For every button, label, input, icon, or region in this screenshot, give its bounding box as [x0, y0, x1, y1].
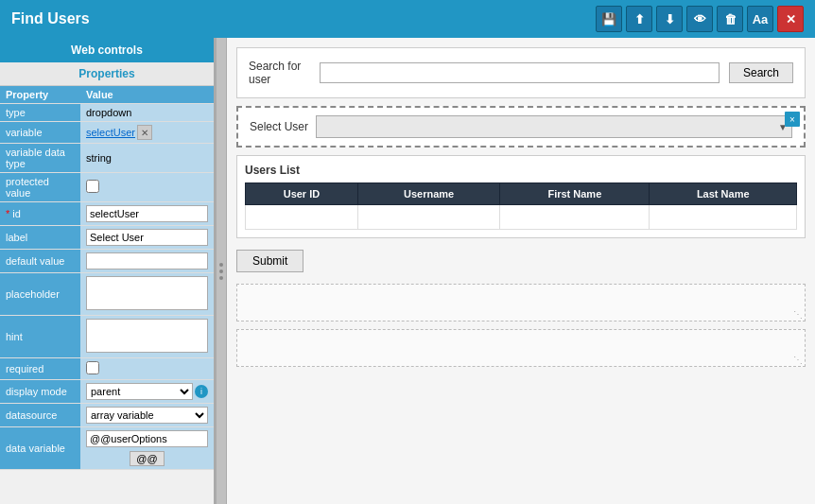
title-bar-icons: 💾 ⬆ ⬇ 👁 🗑 Aa ✕ — [596, 6, 804, 32]
text-format-button[interactable]: Aa — [747, 6, 773, 32]
bottom-strip-2: ⋱ — [236, 329, 806, 367]
search-for-user-label: Search for user — [249, 60, 310, 86]
table-row: variable data type string — [0, 144, 214, 173]
prop-displaymode-label: display mode — [0, 380, 80, 404]
search-button[interactable]: Search — [729, 62, 793, 83]
prop-hint-label: hint — [0, 316, 80, 358]
select-user-close-button[interactable]: × — [785, 112, 800, 127]
web-controls-header: Web controls — [0, 38, 214, 62]
table-row: datasource array variable static — [0, 404, 214, 427]
placeholder-textarea[interactable] — [86, 276, 208, 310]
table-row: protected value — [0, 173, 214, 202]
required-checkbox[interactable] — [86, 361, 99, 374]
col-last-name: Last Name — [650, 183, 797, 205]
table-row — [246, 205, 797, 230]
select-user-dropdown[interactable]: ▼ — [316, 115, 792, 138]
table-row: display mode parent inline block i — [0, 380, 214, 404]
users-list-title: Users List — [245, 164, 797, 177]
hint-textarea[interactable] — [86, 319, 208, 353]
prop-datasource-label: datasource — [0, 404, 80, 427]
table-row: data variable @@ — [0, 427, 214, 470]
prop-datavar-value: @@ — [80, 427, 214, 470]
right-content: Search for user Search × Select User ▼ U… — [227, 38, 815, 504]
save-button[interactable]: 💾 — [596, 6, 622, 32]
data-variable-input[interactable] — [86, 430, 208, 447]
prop-displaymode-value: parent inline block i — [80, 380, 214, 404]
at-at-button[interactable]: @@ — [130, 451, 164, 466]
main-layout: Web controls Properties Property Value t… — [0, 38, 815, 504]
submit-button[interactable]: Submit — [236, 250, 303, 272]
table-row: required — [0, 358, 214, 380]
cell-username — [357, 205, 499, 230]
splitter-dot — [219, 276, 223, 280]
users-table: User ID Username First Name Last Name — [245, 182, 797, 230]
prop-datasource-value: array variable static — [80, 404, 214, 427]
prop-placeholder-label: placeholder — [0, 273, 80, 316]
protected-value-checkbox[interactable] — [86, 180, 99, 193]
table-row: variable selectUser ✕ — [0, 122, 214, 144]
info-icon: i — [195, 385, 208, 398]
prop-hint-value — [80, 316, 214, 358]
col-user-id: User ID — [246, 183, 358, 205]
submit-row: Submit — [236, 246, 806, 276]
value-col-header: Value — [80, 86, 214, 104]
table-row: * id — [0, 202, 214, 226]
prop-variable-value: selectUser ✕ — [80, 122, 214, 144]
properties-table: Property Value type dropdown variable se… — [0, 86, 214, 470]
cell-first-name — [500, 205, 650, 230]
prop-label-label: label — [0, 226, 80, 250]
display-mode-select[interactable]: parent inline block — [86, 383, 193, 400]
prop-type-label: type — [0, 104, 80, 122]
resize-handle-2: ⋱ — [793, 355, 803, 365]
prop-id-label: * id — [0, 202, 80, 226]
close-button[interactable]: ✕ — [777, 6, 804, 32]
upload-button[interactable]: ⬆ — [626, 6, 652, 32]
properties-header: Properties — [0, 62, 214, 86]
table-row: label — [0, 226, 214, 250]
cell-user-id — [246, 205, 358, 230]
left-panel: Web controls Properties Property Value t… — [0, 38, 216, 504]
bottom-strip-1: ⋱ — [236, 284, 806, 322]
property-col-header: Property — [0, 86, 80, 104]
prop-default-value — [80, 250, 214, 273]
splitter-dot — [219, 263, 223, 267]
prop-vartype-label: variable data type — [0, 144, 80, 173]
preview-button[interactable]: 👁 — [686, 6, 713, 32]
search-input[interactable] — [320, 62, 720, 83]
page-title: Find Users — [11, 10, 90, 27]
prop-id-value — [80, 202, 214, 226]
id-input[interactable] — [86, 205, 208, 222]
select-user-label: Select User — [250, 120, 308, 133]
title-bar: Find Users 💾 ⬆ ⬇ 👁 🗑 Aa ✕ — [0, 0, 815, 38]
users-list-section: Users List User ID Username First Name L… — [236, 155, 806, 238]
col-username: Username — [357, 183, 499, 205]
splitter[interactable] — [216, 38, 227, 504]
prop-protected-label: protected value — [0, 173, 80, 202]
label-input[interactable] — [86, 229, 208, 246]
datasource-select[interactable]: array variable static — [86, 407, 208, 424]
search-for-user-row: Search for user Search — [236, 47, 806, 98]
cell-last-name — [650, 205, 797, 230]
table-row: type dropdown — [0, 104, 214, 122]
table-row: hint — [0, 316, 214, 358]
variable-link[interactable]: selectUser — [86, 127, 135, 138]
prop-default-label: default value — [0, 250, 80, 273]
resize-handle: ⋱ — [793, 309, 803, 320]
variable-clear-button[interactable]: ✕ — [137, 125, 152, 140]
splitter-dot — [219, 269, 223, 273]
right-panel: Search for user Search × Select User ▼ U… — [227, 38, 815, 504]
prop-datavar-label: data variable — [0, 427, 80, 470]
default-value-input[interactable] — [86, 252, 208, 269]
prop-required-value — [80, 358, 214, 380]
select-user-row: × Select User ▼ — [236, 106, 806, 148]
prop-placeholder-value — [80, 273, 214, 316]
table-row: placeholder — [0, 273, 214, 316]
prop-variable-label: variable — [0, 122, 80, 144]
download-button[interactable]: ⬇ — [656, 6, 683, 32]
delete-button[interactable]: 🗑 — [717, 6, 743, 32]
prop-required-label: required — [0, 358, 80, 380]
prop-type-value: dropdown — [80, 104, 214, 122]
col-first-name: First Name — [500, 183, 650, 205]
prop-vartype-value: string — [80, 144, 214, 173]
table-row: default value — [0, 250, 214, 273]
